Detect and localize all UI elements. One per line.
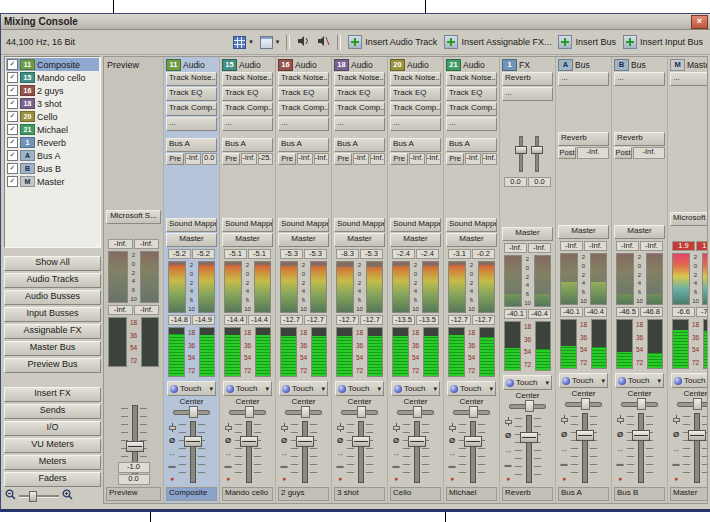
track-list-item-michael[interactable]: ✓21Michael [6, 123, 99, 136]
mute-icon[interactable]: ▬ [168, 461, 177, 470]
mixer-view-grid-button[interactable]: ▾ [230, 33, 256, 51]
fader-handle[interactable] [520, 432, 538, 443]
automation-mode-button[interactable]: Touch▾ [671, 373, 708, 388]
strip-name[interactable]: Composite [166, 487, 217, 501]
sends-icon[interactable]: ↔ [672, 445, 681, 454]
view-button-input-busses[interactable]: Input Busses [4, 307, 101, 322]
fx-slot[interactable]: Track Comp... [166, 102, 217, 116]
pre-button[interactable]: Pre [222, 153, 240, 165]
fader-handle[interactable] [576, 430, 594, 441]
pan-slider[interactable] [565, 398, 602, 408]
fx-slot[interactable]: ... [558, 72, 609, 86]
pan-slider-handle[interactable] [637, 398, 646, 410]
arm-record-icon[interactable]: ● [672, 474, 681, 483]
gain-slider-icon[interactable] [448, 423, 457, 432]
automation-mode-button[interactable]: Touch▾ [447, 381, 496, 396]
strip-name[interactable]: 2 guys [278, 487, 329, 501]
sends-icon[interactable]: ↔ [280, 449, 289, 458]
view-button-audio-busses[interactable]: Audio Busses [4, 290, 101, 305]
fader-handle[interactable] [515, 146, 527, 154]
arm-record-icon[interactable]: ● [280, 474, 289, 483]
gain-slider-icon[interactable] [336, 423, 345, 432]
fx-slot[interactable]: Track EQ [390, 87, 441, 101]
zoom-slider[interactable] [19, 490, 59, 501]
track-checkbox[interactable]: ✓ [7, 111, 18, 122]
fx-input-fader[interactable] [515, 136, 525, 172]
output-bus-button[interactable]: Master [334, 233, 385, 247]
fx-slot[interactable]: ... [166, 117, 217, 131]
output-bus-selector[interactable]: Bus A [278, 138, 329, 152]
chevron-down-icon[interactable]: ▾ [276, 38, 280, 46]
output-bus-button[interactable]: Master [278, 233, 329, 247]
fader-handle[interactable] [531, 146, 543, 154]
pan-slider-handle[interactable] [301, 406, 310, 418]
fader-handle[interactable] [184, 436, 202, 447]
pan-slider-handle[interactable] [693, 398, 702, 410]
output-device-selector[interactable]: Sound Mapper [390, 218, 441, 232]
phase-invert-icon[interactable]: Ø [336, 436, 345, 445]
zoom-in-icon[interactable] [62, 489, 73, 502]
automation-mode-button[interactable]: Touch▾ [335, 381, 384, 396]
channel-strip-view-button[interactable]: ▾ [257, 33, 283, 51]
strip-name[interactable]: Bus A [558, 487, 609, 501]
mute-icon[interactable]: ▬ [616, 459, 625, 468]
fx-input-fader[interactable] [531, 136, 541, 172]
fx-slot[interactable]: ... [614, 72, 665, 86]
track-list-item-bus-b[interactable]: ✓BBus B [6, 162, 99, 175]
mute-icon[interactable]: ▬ [336, 461, 345, 470]
fx-send-selector[interactable]: Reverb [558, 132, 609, 146]
output-device-selector[interactable]: Sound Mapper [222, 218, 273, 232]
mute-icon[interactable]: ▬ [224, 461, 233, 470]
strip-name[interactable]: Mando cello [222, 487, 273, 501]
section-button-vu-meters[interactable]: VU Meters [4, 438, 101, 453]
gain-slider-icon[interactable] [280, 423, 289, 432]
close-button[interactable]: × [691, 15, 708, 29]
pan-slider[interactable] [397, 406, 434, 416]
mute-icon[interactable]: ▬ [280, 461, 289, 470]
arm-record-icon[interactable]: ● [168, 474, 177, 483]
strip-name[interactable]: Master [670, 487, 708, 501]
post-button[interactable]: Post [558, 147, 576, 159]
fx-slot[interactable]: Track EQ [166, 87, 217, 101]
view-button-master-bus[interactable]: Master Bus [4, 341, 101, 356]
track-checkbox[interactable]: ✓ [7, 176, 18, 187]
track-list-item-cello[interactable]: ✓20Cello [6, 110, 99, 123]
strip-name[interactable]: Reverb [502, 487, 553, 501]
phase-invert-icon[interactable]: Ø [448, 436, 457, 445]
pan-slider[interactable] [229, 406, 266, 416]
track-checkbox[interactable]: ✓ [7, 98, 18, 109]
fx-slot[interactable]: Track Comp... [390, 102, 441, 116]
fx-slot[interactable]: ... [334, 117, 385, 131]
output-device-selector[interactable]: Sound Mapper [166, 218, 217, 232]
phase-invert-icon[interactable]: Ø [224, 436, 233, 445]
strip-name[interactable]: Michael [446, 487, 497, 501]
output-bus-button[interactable]: Master [446, 233, 497, 247]
track-checkbox[interactable]: ✓ [7, 137, 18, 148]
sends-icon[interactable]: ↔ [504, 446, 513, 455]
fx-slot[interactable]: ... [502, 87, 553, 101]
automation-mode-button[interactable]: Touch▾ [223, 381, 272, 396]
view-button-assignable-fx[interactable]: Assignable FX [4, 324, 101, 339]
fx-slot[interactable]: Track Comp... [278, 102, 329, 116]
output-bus-selector[interactable]: Bus A [446, 138, 497, 152]
gain-slider-icon[interactable] [616, 415, 625, 424]
output-bus-button[interactable]: Master [166, 233, 217, 247]
track-list-item-2-guys[interactable]: ✓162 guys [6, 84, 99, 97]
fx-slot[interactable]: Track Noise... [390, 72, 441, 86]
fx-slot[interactable]: Track Noise... [446, 72, 497, 86]
arm-record-icon[interactable]: ● [336, 474, 345, 483]
sends-icon[interactable]: ↔ [560, 445, 569, 454]
track-checkbox[interactable]: ✓ [7, 72, 18, 83]
track-list-item-reverb[interactable]: ✓1Reverb [6, 136, 99, 149]
pan-slider[interactable] [341, 406, 378, 416]
phase-invert-icon[interactable]: Ø [560, 430, 569, 439]
strip-name[interactable]: Cello [390, 487, 441, 501]
output-device-selector[interactable]: Microsoft S... [670, 212, 708, 226]
output-device-selector[interactable]: Sound Mapper [446, 218, 497, 232]
sends-icon[interactable]: ↔ [448, 449, 457, 458]
fx-slot[interactable]: Track Comp... [222, 102, 273, 116]
output-bus-button[interactable]: Master [558, 225, 609, 239]
phase-invert-icon[interactable]: Ø [168, 436, 177, 445]
output-bus-button[interactable]: Master [614, 225, 665, 239]
output-bus-selector[interactable]: Bus A [334, 138, 385, 152]
